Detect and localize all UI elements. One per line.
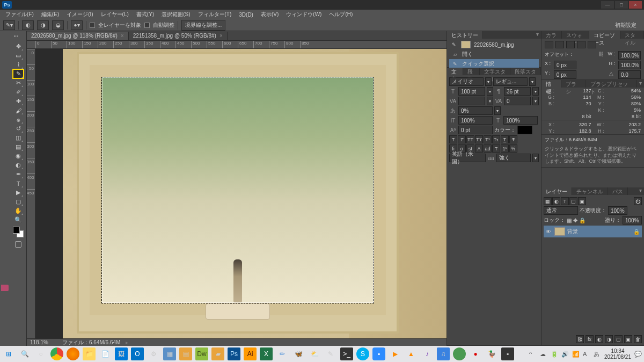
- close-tab-icon[interactable]: ×: [121, 33, 124, 39]
- menu-image[interactable]: イメージ(I): [63, 10, 96, 19]
- clone-stamp-tool[interactable]: ⎈: [13, 115, 24, 124]
- filter-pixel-icon[interactable]: ▦: [544, 197, 552, 205]
- bold-button[interactable]: T: [449, 135, 457, 143]
- layer-row[interactable]: 👁 背景 🔒: [544, 226, 642, 237]
- fill-field[interactable]: 100%: [623, 216, 642, 225]
- text-color-swatch[interactable]: [517, 126, 532, 134]
- mask-icon[interactable]: ◐: [595, 335, 603, 343]
- channels-tab[interactable]: チャンネル: [572, 187, 608, 195]
- delete-layer-icon[interactable]: 🗑: [634, 335, 642, 343]
- lasso-tool[interactable]: ⌇: [13, 60, 24, 69]
- smallcaps-button[interactable]: Tᴛ: [475, 135, 483, 143]
- swatch-tab[interactable]: スウォッチ: [562, 31, 589, 39]
- sublime-icon[interactable]: ▰: [211, 347, 224, 360]
- menu-view[interactable]: 表示(V): [258, 10, 282, 19]
- filter-adjust-icon[interactable]: ◐: [552, 197, 560, 205]
- italic-button[interactable]: T: [458, 135, 466, 143]
- new-selection-icon[interactable]: ◐: [22, 20, 34, 30]
- app-icon[interactable]: [453, 347, 466, 360]
- marquee-tool[interactable]: ▭: [13, 51, 24, 60]
- filter-type-icon[interactable]: T: [561, 197, 569, 205]
- wifi-icon[interactable]: 📶: [572, 351, 580, 358]
- close-button[interactable]: ×: [629, 1, 642, 9]
- toolbox-grip[interactable]: [0, 35, 26, 41]
- dreamweaver-icon[interactable]: Dw: [195, 347, 208, 360]
- blur-tool[interactable]: ◉: [13, 151, 24, 161]
- clone-x-field[interactable]: 0 px: [554, 61, 576, 69]
- sample-all-checkbox[interactable]: [90, 23, 95, 28]
- zoom-tool[interactable]: 🔍: [13, 215, 24, 225]
- media-icon[interactable]: ▶: [389, 347, 401, 360]
- canvas-viewport[interactable]: [35, 49, 447, 338]
- app-icon[interactable]: ▦: [163, 347, 176, 360]
- caps-button[interactable]: TT: [466, 135, 474, 143]
- chevron-down-icon[interactable]: ▾: [494, 106, 501, 115]
- antialias-field[interactable]: 強く: [496, 154, 531, 162]
- app-icon[interactable]: 🦋: [292, 347, 305, 360]
- document-tab-1[interactable]: 22026580_m.jpg @ 118% (RGB/8#) ×: [27, 32, 129, 40]
- chevron-down-icon[interactable]: ▾: [532, 87, 539, 96]
- new-layer-icon[interactable]: ▣: [624, 335, 632, 343]
- app-icon[interactable]: ✎: [324, 347, 337, 360]
- clone-src-5[interactable]: [588, 41, 596, 48]
- layers-tab[interactable]: レイヤー: [541, 187, 572, 195]
- eyedropper-tool[interactable]: ✐: [13, 88, 24, 97]
- refine-edge-button[interactable]: 境界線を調整...: [181, 20, 225, 31]
- lock-all-icon[interactable]: 🔒: [579, 218, 586, 223]
- para-style-tab[interactable]: 段落スタイル: [510, 68, 541, 75]
- char-tab[interactable]: 文字: [447, 68, 463, 75]
- menu-help[interactable]: ヘルプ(H): [326, 10, 356, 19]
- adjustment-icon[interactable]: ◑: [605, 335, 613, 343]
- quick-mask-toggle[interactable]: [13, 240, 24, 249]
- app-icon[interactable]: ▤: [179, 347, 192, 360]
- tsume-field[interactable]: 0%: [458, 106, 493, 115]
- clone-w-field[interactable]: 100.0%: [618, 51, 641, 60]
- quick-select-tool[interactable]: ✎: [13, 69, 24, 78]
- notepad-icon[interactable]: 📄: [99, 347, 112, 360]
- illustrator-icon[interactable]: Ai: [244, 347, 257, 360]
- link-icon[interactable]: ⛓: [597, 51, 605, 60]
- opacity-field[interactable]: 100%: [608, 206, 627, 215]
- history-thumbnail[interactable]: [461, 41, 471, 48]
- tracking-field[interactable]: 0: [504, 97, 531, 105]
- filter-smart-icon[interactable]: ▣: [578, 197, 586, 205]
- clock[interactable]: 10:34 2021/08/21: [604, 348, 631, 360]
- add-selection-icon[interactable]: ◑: [37, 20, 49, 30]
- color-swatches[interactable]: [13, 227, 24, 237]
- brush-preset-tab[interactable]: ブラシプリセット: [586, 80, 637, 88]
- crop-tool[interactable]: ✂: [13, 78, 24, 88]
- superscript-button[interactable]: T¹: [484, 135, 492, 143]
- collapsed-panel-tab[interactable]: [1, 285, 9, 291]
- color-tab[interactable]: カラー: [541, 31, 562, 39]
- blend-mode-field[interactable]: 通常: [544, 206, 578, 215]
- chevron-down-icon[interactable]: ▾: [487, 87, 493, 96]
- brush-tool[interactable]: 🖌: [13, 106, 24, 115]
- ot-btn[interactable]: ½: [509, 144, 517, 153]
- lock-position-icon[interactable]: ✥: [573, 218, 577, 223]
- maximize-button[interactable]: □: [615, 1, 628, 9]
- subscript-button[interactable]: T₁: [492, 135, 500, 143]
- clone-angle-field[interactable]: 0.0: [618, 70, 641, 79]
- brush-tab[interactable]: ブラシ: [561, 80, 586, 88]
- tray-up-icon[interactable]: ^: [529, 351, 537, 357]
- settings-icon[interactable]: ⚙: [147, 347, 160, 360]
- app-icon[interactable]: ⛅: [308, 347, 321, 360]
- vscale-field[interactable]: 100%: [458, 116, 493, 125]
- styles-tab[interactable]: スタイル: [620, 31, 644, 39]
- paths-tab[interactable]: パス: [608, 187, 628, 195]
- app-icon[interactable]: >_: [340, 347, 353, 360]
- rectangle-tool[interactable]: ▢: [13, 197, 24, 206]
- volume-icon[interactable]: 🔊: [561, 351, 569, 358]
- brush-picker-icon[interactable]: ●▾: [71, 20, 83, 30]
- clone-source-tab[interactable]: コピーソース: [589, 31, 620, 39]
- cloud-icon[interactable]: ☁: [540, 351, 547, 358]
- minimize-button[interactable]: —: [601, 1, 614, 9]
- auto-adjust-checkbox[interactable]: [144, 23, 150, 28]
- font-family-field[interactable]: メイリオ: [449, 77, 484, 86]
- font-size-field[interactable]: 100 pt: [458, 87, 485, 96]
- gradient-tool[interactable]: ▤: [13, 142, 24, 151]
- menu-3d[interactable]: 3D(D): [236, 11, 257, 19]
- chevron-down-icon[interactable]: ▾: [487, 97, 493, 105]
- excel-icon[interactable]: X: [260, 347, 273, 360]
- ot-btn[interactable]: ad: [484, 144, 492, 153]
